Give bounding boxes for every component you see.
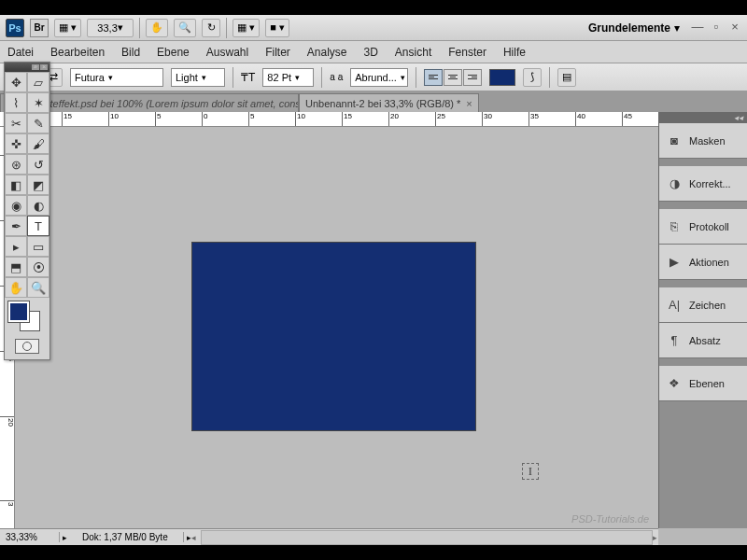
- horizontal-scrollbar[interactable]: [201, 530, 653, 545]
- panel-masks[interactable]: ◙Masken: [659, 123, 747, 159]
- lasso-tool[interactable]: ⌇: [5, 92, 27, 113]
- font-weight-dropdown[interactable]: Light: [171, 68, 225, 87]
- menu-item[interactable]: Bild: [121, 46, 140, 59]
- actions-icon: ▶: [667, 255, 682, 270]
- brush-tool[interactable]: 🖌: [27, 133, 49, 154]
- path-select-tool[interactable]: ▸: [5, 236, 27, 257]
- eyedropper-tool[interactable]: ✎: [27, 113, 49, 133]
- type-tool[interactable]: T: [27, 216, 49, 236]
- panel-dock: ◂◂ ◙Masken ◑Korrekt... ⎘Protokoll ▶Aktio…: [658, 112, 747, 528]
- antialias-label: a a: [330, 72, 343, 82]
- history-brush-tool[interactable]: ↺: [27, 154, 49, 175]
- options-bar: T ⇄ Futura Light ₸T 82 Pt a a Abrund... …: [0, 63, 747, 91]
- move-tool[interactable]: ✥: [5, 72, 27, 92]
- character-panel-btn[interactable]: ▤: [557, 68, 576, 87]
- 3d-camera-tool[interactable]: ⦿: [27, 257, 49, 277]
- status-arrow-icon[interactable]: [184, 532, 191, 542]
- maximize-icon[interactable]: ▫: [710, 21, 723, 35]
- menu-item[interactable]: Auswahl: [206, 46, 248, 59]
- close-tab-icon[interactable]: ×: [466, 98, 472, 109]
- status-bar: 33,33% Dok: 1,37 MB/0 Byte ◂ ▸: [0, 528, 658, 545]
- font-size-icon: ₸T: [241, 71, 255, 84]
- status-zoom[interactable]: 33,33%: [0, 532, 60, 542]
- 3d-tool[interactable]: ⬒: [5, 257, 27, 277]
- menu-item[interactable]: Datei: [7, 46, 34, 59]
- panel-paragraph[interactable]: ¶Absatz: [659, 323, 747, 358]
- gradient-tool[interactable]: ◩: [27, 175, 49, 195]
- ruler-horizontal[interactable]: 20 15 10 5 0 5 10 15 20 25 30 35 40 45: [15, 112, 658, 127]
- bridge-icon[interactable]: Br: [30, 19, 49, 37]
- menu-item[interactable]: Filter: [265, 46, 290, 59]
- menu-item[interactable]: Ansicht: [395, 46, 431, 59]
- workspace[interactable]: 20 15 10 5 0 5 10 15 20 25 30 35 40 45 0…: [0, 112, 658, 528]
- minimize-icon[interactable]: —: [691, 21, 704, 35]
- canvas[interactable]: [191, 242, 476, 431]
- text-color-swatch[interactable]: [489, 69, 515, 86]
- document-tabs: textschnitteffekt.psd bei 100% (Lorem ip…: [0, 91, 747, 112]
- layers-icon: ❖: [667, 376, 682, 391]
- warp-text-btn[interactable]: ⟆: [523, 68, 542, 87]
- quick-mask-toggle[interactable]: [5, 335, 49, 359]
- app-window: Ps Br ▦ ▾ 33,3 ▾ ✋ 🔍 ↻ ▦ ▾ ■ ▾ Grundelem…: [0, 15, 747, 545]
- status-doc-size[interactable]: Dok: 1,37 MB/0 Byte: [67, 532, 184, 542]
- menu-item[interactable]: 3D: [364, 46, 378, 59]
- marquee-tool[interactable]: ▱: [27, 72, 49, 92]
- color-swatches[interactable]: [5, 298, 49, 335]
- photoshop-icon[interactable]: Ps: [6, 19, 24, 37]
- zoom-tool-btn[interactable]: 🔍: [174, 19, 196, 37]
- app-toolbar: Ps Br ▦ ▾ 33,3 ▾ ✋ 🔍 ↻ ▦ ▾ ■ ▾ Grundelem…: [0, 15, 747, 41]
- crop-tool[interactable]: ✂: [5, 113, 27, 133]
- font-family-dropdown[interactable]: Futura: [70, 68, 163, 87]
- menu-item[interactable]: Fenster: [448, 46, 486, 59]
- panel-header[interactable]: »×: [5, 63, 49, 72]
- zoom-tool[interactable]: 🔍: [27, 277, 49, 298]
- menu-bar: Datei Bearbeiten Bild Ebene Auswahl Filt…: [0, 41, 747, 63]
- panel-history[interactable]: ⎘Protokoll: [659, 209, 747, 245]
- align-right-btn[interactable]: [463, 69, 482, 86]
- scroll-right-icon[interactable]: ▸: [653, 533, 658, 542]
- para-icon: ¶: [667, 333, 682, 348]
- shape-tool[interactable]: ▭: [27, 236, 49, 257]
- menu-item[interactable]: Hilfe: [503, 46, 526, 59]
- adjust-icon: ◑: [667, 176, 682, 191]
- zoom-level[interactable]: 33,3 ▾: [87, 19, 134, 37]
- eraser-tool[interactable]: ◧: [5, 175, 27, 195]
- status-arrow-icon[interactable]: [60, 532, 67, 542]
- panel-adjustments[interactable]: ◑Korrekt...: [659, 166, 747, 202]
- layout-dropdown[interactable]: ▦ ▾: [54, 19, 81, 37]
- arrange-dropdown[interactable]: ▦ ▾: [233, 19, 260, 37]
- pen-tool[interactable]: ✒: [5, 216, 27, 236]
- font-size-dropdown[interactable]: 82 Pt: [262, 68, 314, 87]
- stamp-tool[interactable]: ⊛: [5, 154, 27, 175]
- text-align-group: [424, 69, 482, 86]
- healing-tool[interactable]: ✜: [5, 133, 27, 154]
- hand-tool[interactable]: ✋: [5, 277, 27, 298]
- panel-collapse-icon[interactable]: ◂◂: [659, 112, 747, 123]
- close-icon[interactable]: ×: [728, 21, 741, 35]
- char-icon: A|: [667, 298, 682, 313]
- menu-item[interactable]: Ebene: [157, 46, 190, 59]
- toolbox[interactable]: »× ✥ ▱ ⌇ ✶ ✂ ✎ ✜ 🖌 ⊛ ↺ ◧ ◩ ◉ ◐ ✒ T ▸ ▭ ⬒…: [4, 62, 50, 360]
- masks-icon: ◙: [667, 133, 682, 148]
- hand-tool-btn[interactable]: ✋: [146, 19, 168, 37]
- quick-select-tool[interactable]: ✶: [27, 92, 49, 113]
- dodge-tool[interactable]: ◐: [27, 195, 49, 216]
- panel-actions[interactable]: ▶Aktionen: [659, 245, 747, 280]
- menu-item[interactable]: Analyse: [307, 46, 347, 59]
- align-center-btn[interactable]: [444, 69, 462, 86]
- text-cursor-icon: I: [522, 463, 539, 480]
- document-tab[interactable]: Unbenannt-2 bei 33,3% (RGB/8) *×: [299, 93, 479, 112]
- panel-character[interactable]: A|Zeichen: [659, 287, 747, 323]
- align-left-btn[interactable]: [424, 69, 443, 86]
- foreground-color-swatch[interactable]: [8, 301, 29, 322]
- panel-layers[interactable]: ❖Ebenen: [659, 366, 747, 401]
- workspace-switcher[interactable]: Grundelemente ▾: [583, 21, 685, 35]
- history-icon: ⎘: [667, 219, 682, 234]
- screen-mode-dropdown[interactable]: ■ ▾: [265, 19, 289, 37]
- watermark: PSD-Tutorials.de: [571, 513, 649, 525]
- scroll-left-icon[interactable]: ◂: [191, 533, 197, 542]
- blur-tool[interactable]: ◉: [5, 195, 27, 216]
- menu-item[interactable]: Bearbeiten: [50, 46, 105, 59]
- antialias-dropdown[interactable]: Abrund...: [350, 68, 408, 87]
- rotate-view-btn[interactable]: ↻: [202, 19, 220, 37]
